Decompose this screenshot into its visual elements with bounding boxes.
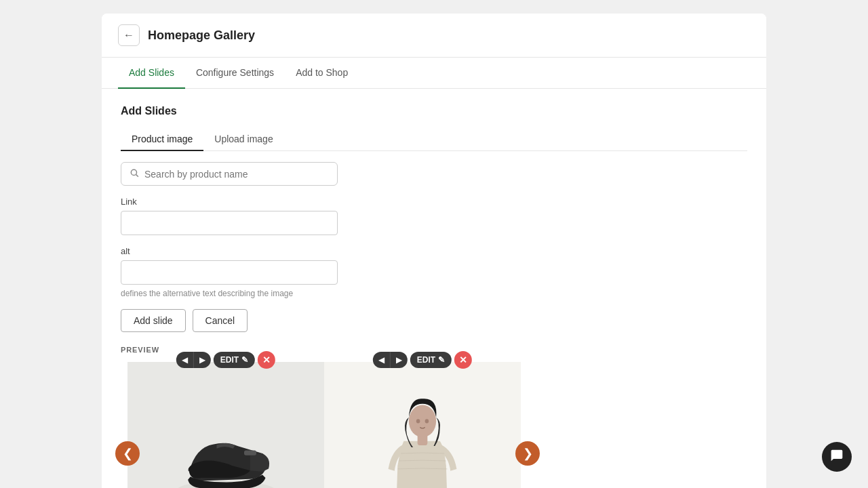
slide-1-image (127, 362, 324, 488)
fashion-illustration (361, 379, 484, 488)
svg-point-8 (425, 419, 429, 423)
shoe-illustration (165, 392, 287, 488)
tab-upload-image[interactable]: Upload image (203, 128, 283, 151)
slide-1-close-icon: ✕ (262, 354, 271, 365)
slide-1-nav-group: ◀ ▶ (176, 352, 211, 368)
back-icon: ← (123, 29, 134, 41)
content-area: Add Slides Product image Upload image Li… (102, 89, 766, 488)
slide-2-prev-icon: ◀ (378, 355, 384, 365)
link-label: Link (121, 197, 747, 207)
chevron-right-icon: ❯ (523, 446, 533, 461)
slide-2-prev-btn[interactable]: ◀ (373, 352, 391, 368)
slide-1-next-icon: ▶ (199, 355, 205, 365)
chevron-left-icon: ❮ (123, 446, 133, 461)
search-input[interactable] (144, 169, 329, 180)
svg-line-1 (136, 175, 138, 177)
cancel-button[interactable]: Cancel (193, 309, 248, 332)
tab-configure-settings[interactable]: Configure Settings (185, 58, 285, 89)
slide-1-prev-btn[interactable]: ◀ (176, 352, 194, 368)
slide-2-next-btn[interactable]: ▶ (391, 352, 408, 368)
alt-input[interactable] (121, 260, 338, 285)
slide-1: ◀ ▶ EDIT ✎ ✕ (127, 362, 324, 488)
chat-icon (830, 449, 844, 466)
page-container: ← Homepage Gallery Add Slides Configure … (102, 14, 766, 488)
slide-2-delete-button[interactable]: ✕ (454, 351, 472, 369)
add-slide-button[interactable]: Add slide (121, 309, 186, 332)
alt-hint: defines the alternative text describing … (121, 289, 747, 298)
slide-1-delete-button[interactable]: ✕ (258, 351, 275, 369)
slide-2-image (324, 362, 521, 488)
search-icon (130, 168, 139, 180)
slide-2-next-icon: ▶ (396, 355, 402, 365)
back-button[interactable]: ← (118, 24, 140, 46)
gallery-next-button[interactable]: ❯ (515, 441, 540, 466)
chat-button[interactable] (822, 442, 852, 472)
page-header: ← Homepage Gallery (102, 14, 766, 58)
slide-2-edit-icon: ✎ (438, 355, 445, 365)
top-tabs: Add Slides Configure Settings Add to Sho… (102, 58, 766, 89)
add-slides-title: Add Slides (121, 105, 747, 117)
slide-1-edit-label: EDIT (220, 355, 239, 365)
alt-field-group: alt defines the alternative text describ… (121, 246, 747, 298)
preview-gallery: ◀ ▶ EDIT ✎ ✕ (127, 362, 521, 488)
search-box (121, 162, 338, 186)
preview-section: PREVIEW ❮ ◀ (121, 346, 747, 488)
svg-point-7 (416, 419, 420, 423)
inner-tabs: Product image Upload image (121, 128, 747, 151)
slide-1-edit-button[interactable]: EDIT ✎ (214, 352, 255, 368)
slide-2-edit-label: EDIT (417, 355, 435, 365)
alt-label: alt (121, 246, 747, 256)
form-buttons: Add slide Cancel (121, 309, 747, 332)
slide-2-edit-button[interactable]: EDIT ✎ (410, 352, 452, 368)
slide-1-controls: ◀ ▶ EDIT ✎ ✕ (176, 351, 275, 369)
svg-rect-3 (244, 451, 256, 455)
tab-product-image[interactable]: Product image (121, 128, 203, 151)
link-field-group: Link (121, 197, 747, 235)
slide-2: ◀ ▶ EDIT ✎ ✕ (324, 362, 521, 488)
slide-2-nav-group: ◀ ▶ (373, 352, 408, 368)
gallery-prev-button[interactable]: ❮ (115, 441, 140, 466)
tab-add-to-shop[interactable]: Add to Shop (285, 58, 359, 89)
slide-2-close-icon: ✕ (459, 354, 467, 365)
link-input[interactable] (121, 211, 338, 235)
page-title: Homepage Gallery (148, 28, 255, 43)
tab-add-slides[interactable]: Add Slides (118, 58, 185, 89)
svg-point-6 (409, 405, 436, 438)
svg-point-0 (131, 169, 136, 175)
slide-1-prev-icon: ◀ (182, 355, 188, 365)
slide-1-next-btn[interactable]: ▶ (194, 352, 211, 368)
slide-2-controls: ◀ ▶ EDIT ✎ ✕ (373, 351, 472, 369)
slide-1-edit-icon: ✎ (241, 355, 248, 365)
